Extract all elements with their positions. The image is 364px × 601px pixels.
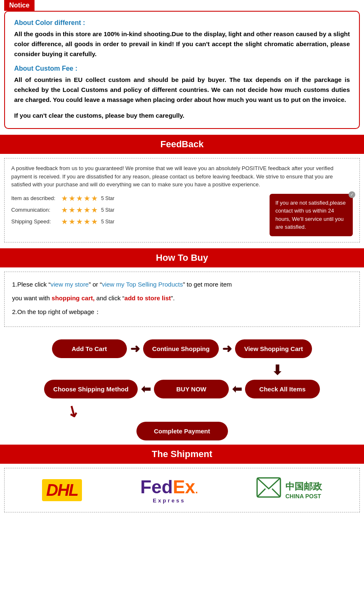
star: ★ — [76, 194, 83, 203]
svg-line-2 — [272, 489, 280, 497]
down-arrow-row: ⬇ — [4, 362, 360, 378]
flow-row-1: Add To Cart ➜ Continue Shopping ➜ View S… — [4, 339, 360, 358]
buy-now-button[interactable]: BUY NOW — [154, 380, 229, 398]
fee-title: About Custom Fee : — [14, 65, 350, 72]
step1-line2-end: ”. — [171, 294, 175, 302]
continue-shopping-button[interactable]: Continue Shopping — [143, 339, 219, 358]
complete-payment-button[interactable]: Complete Payment — [136, 422, 228, 440]
star-count-item: 5 Star — [101, 195, 114, 201]
stars-comm: ★ ★ ★ ★ ★ — [61, 205, 98, 215]
chinapost-svg — [256, 477, 281, 498]
step1-line2-pre: you want with — [12, 294, 52, 302]
how-to-buy-header: How To Buy — [0, 248, 364, 267]
link-shopping-cart[interactable]: shopping cart, — [52, 294, 94, 302]
fee-body2: If you can't clear the customs, please b… — [14, 111, 350, 121]
link-view-store[interactable]: view my store — [51, 281, 89, 288]
svg-line-1 — [257, 489, 265, 497]
fedex-dot: . — [195, 484, 198, 495]
arrow-left-2: ⬅ — [232, 382, 242, 396]
step1-line2: you want with shopping cart, and click “… — [12, 292, 352, 304]
star: ★ — [61, 194, 68, 203]
star: ★ — [76, 217, 83, 226]
star: ★ — [91, 205, 98, 215]
step1-line2-post: and click “ — [94, 294, 124, 302]
view-shopping-cart-button[interactable]: View Shopping Cart — [235, 339, 312, 358]
rating-row-ship: Shipping Speed: ★ ★ ★ ★ ★ 5 Star — [11, 217, 257, 226]
shipment-box: DHL FedEx. Express 中国邮政 CHINA POST — [4, 468, 360, 512]
star: ★ — [61, 217, 68, 226]
step1-post: ” to get more item — [183, 281, 232, 288]
fee-body1: All of countries in EU collect custom an… — [14, 75, 350, 105]
chinapost-en: CHINA POST — [285, 493, 322, 500]
link-add-store[interactable]: add to store list — [124, 294, 171, 302]
chinapost-text-block: 中国邮政 CHINA POST — [285, 480, 322, 500]
flow-row-3: Complete Payment — [4, 422, 360, 440]
feedback-text: A positive feedback from us to you guara… — [11, 164, 353, 189]
fedex-fe: Fed — [140, 477, 173, 497]
dhl-logo: DHL — [42, 479, 82, 501]
flow-diagram: Add To Cart ➜ Continue Shopping ➜ View S… — [0, 333, 364, 445]
fedex-logo: FedEx. Express — [140, 477, 198, 504]
add-to-cart-button[interactable]: Add To Cart — [52, 339, 127, 358]
star: ★ — [84, 217, 90, 226]
fedex-ex: Ex — [173, 477, 195, 497]
dhl-text: DHL — [42, 479, 82, 501]
notice-tag-label: Notice — [4, 0, 35, 11]
rating-table: Item as described: ★ ★ ★ ★ ★ 5 Star Comm… — [11, 194, 257, 229]
rating-row-item: Item as described: ★ ★ ★ ★ ★ 5 Star — [11, 194, 257, 203]
how-to-buy-box: 1.Plese click “view my store” or “view m… — [4, 272, 360, 327]
stars-ship: ★ ★ ★ ★ ★ — [61, 217, 98, 226]
rating-label-item: Item as described: — [11, 195, 61, 201]
rating-row-comm: Communication: ★ ★ ★ ★ ★ 5 Star — [11, 205, 257, 215]
arrow-down-icon: ⬇ — [272, 362, 283, 378]
arrow-right-2: ➜ — [222, 342, 232, 356]
arrow-left-1: ⬅ — [141, 382, 151, 396]
chinapost-icon — [256, 477, 281, 503]
fedex-name: FedEx. — [140, 477, 198, 497]
feedback-ratings: Item as described: ★ ★ ★ ★ ★ 5 Star Comm… — [11, 194, 353, 236]
arrow-right-1: ➜ — [130, 342, 140, 356]
check-all-items-button[interactable]: Check All Items — [245, 380, 320, 398]
shipment-header: The Shipment — [0, 445, 364, 464]
star: ★ — [76, 205, 83, 215]
color-body: All the goods in this store are 100% in-… — [14, 29, 350, 59]
fedex-sub: Express — [153, 497, 186, 504]
rating-label-comm: Communication: — [11, 207, 61, 213]
rating-label-ship: Shipping Speed: — [11, 218, 61, 225]
star: ★ — [61, 205, 68, 215]
diag-arrow-row: ↘ — [4, 403, 360, 420]
step1-mid: ” or “ — [89, 281, 102, 288]
star: ★ — [91, 217, 98, 226]
step2-text: 2.On the top right of webpage： — [12, 306, 352, 317]
stars-item: ★ ★ ★ ★ ★ — [61, 194, 98, 203]
star-count-comm: 5 Star — [101, 207, 114, 213]
star: ★ — [69, 205, 75, 215]
star-count-ship: 5 Star — [101, 219, 114, 225]
star: ★ — [69, 217, 75, 226]
chinapost-cn: 中国邮政 — [285, 480, 322, 493]
chinapost-logo: 中国邮政 CHINA POST — [256, 477, 322, 503]
star: ★ — [91, 194, 98, 203]
choose-shipping-button[interactable]: Choose Shipping Method — [44, 380, 138, 398]
star: ★ — [84, 194, 90, 203]
feedback-box: A positive feedback from us to you guara… — [4, 158, 360, 242]
step1-text: 1.Plese click “view my store” or “view m… — [12, 279, 352, 290]
star: ★ — [69, 194, 75, 203]
diag-arrow-icon: ↘ — [63, 401, 83, 422]
link-top-selling[interactable]: view my Top Selling Products — [102, 281, 183, 288]
notice-box: About Color different : All the goods in… — [4, 11, 360, 129]
flow-row-2: Choose Shipping Method ⬅ BUY NOW ⬅ Check… — [4, 380, 360, 398]
color-title: About Color different : — [14, 19, 350, 27]
feedback-callout: If you are not satisfied,please contact … — [270, 194, 353, 236]
feedback-header: FeedBack — [0, 135, 364, 154]
step1-pre: 1.Plese click “ — [12, 281, 51, 288]
star: ★ — [84, 205, 90, 215]
